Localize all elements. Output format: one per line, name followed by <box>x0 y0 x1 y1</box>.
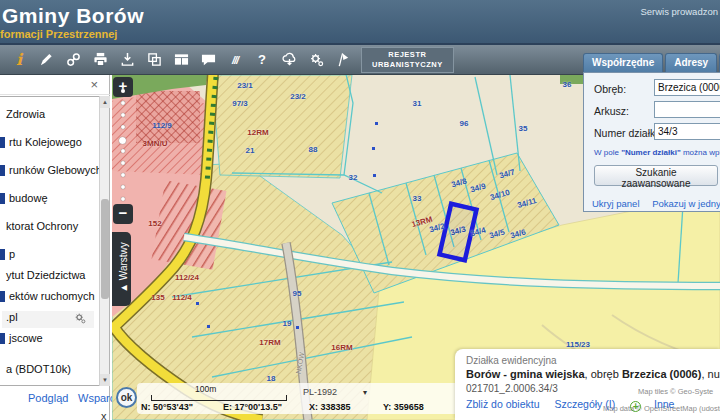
help-text: W pole "Numer działki" można wpisać pe <box>594 148 720 157</box>
copy-view-icon[interactable] <box>146 52 162 68</box>
rejestr-line2: URBANISTYCZNY <box>372 60 443 71</box>
details-link[interactable]: Szczegóły (I) <box>554 398 615 410</box>
show-in-one-window-link[interactable]: Pokazuj w jednym okni <box>652 198 720 209</box>
numer-dzialki-input[interactable] <box>654 123 720 140</box>
sidebar-titlebar: × <box>0 75 110 95</box>
download-icon[interactable] <box>119 52 135 68</box>
zoom-level-dot <box>121 113 125 117</box>
rejestr-urbanistyczny-button[interactable]: REJESTR URBANISTYCZNY <box>361 47 454 73</box>
layers-panel-tab[interactable]: ▲ Warstwy <box>112 232 131 306</box>
scale-label: 100m <box>195 384 216 394</box>
gear-icon[interactable] <box>74 312 86 326</box>
sidebar-item[interactable]: ytut Dziedzictwa <box>2 269 108 286</box>
layers-tab-label: ▲ Warstwy <box>118 233 129 303</box>
tab-adresy[interactable]: Adresy <box>665 53 717 72</box>
sidebar-item[interactable]: p <box>2 248 108 265</box>
parcel-label: 3MN/U <box>143 139 168 148</box>
advanced-search-button[interactable]: Szukanie zaawansowane <box>594 165 718 186</box>
page-title: Gminy Borów <box>2 4 144 28</box>
app-window: Gminy Borów formacji Przestrzennej Serwi… <box>0 0 720 420</box>
arkusz-input[interactable] <box>654 101 720 118</box>
sidebar-item-label: budowę <box>9 192 48 204</box>
parcel-id: 021701_2.0006.34/3 <box>466 383 558 394</box>
settings-icon[interactable] <box>308 52 324 68</box>
search-panel: WspółrzędneAdresyDziałki Obręb: Arkusz: … <box>583 53 720 212</box>
close-icon[interactable]: × <box>90 77 98 92</box>
sidebar-item[interactable]: jscowe <box>2 332 108 349</box>
measure-icon[interactable]: /// <box>227 52 243 68</box>
sidebar-item[interactable]: ektów ruchomych <box>2 290 108 307</box>
pen-icon[interactable] <box>38 52 54 68</box>
arkusz-label: Arkusz: <box>594 105 629 117</box>
podglad-link[interactable]: Podgląd <box>28 392 68 404</box>
coord-y: Y: 359658 <box>383 402 424 412</box>
zoom-slider[interactable] <box>113 89 133 207</box>
ok-button[interactable]: ok <box>116 387 137 408</box>
sidebar-item[interactable]: Zdrowia <box>2 108 108 125</box>
other-link[interactable]: Inne <box>654 398 674 410</box>
sidebar-item-label: runków Glebowych <box>9 164 102 176</box>
chevron-down-icon: ▾ <box>363 388 367 397</box>
parcel-label: 16RM <box>331 343 352 352</box>
sidebar-item[interactable]: runków Glebowych <box>2 164 108 181</box>
parcel-label: 36 <box>563 80 572 89</box>
sidebar-item[interactable]: a (BDOT10k) <box>2 363 108 380</box>
parcel-label: 35 <box>519 124 528 133</box>
sidebar-item[interactable]: ktorat Ochrony <box>2 220 108 237</box>
cloud-download-icon[interactable] <box>281 52 297 68</box>
parcel-label: 112/9 <box>152 121 172 130</box>
coordinate-bar: 100m PL-1992▾ N: 50°53'43" E: 17°00'13.5… <box>137 383 459 414</box>
parcel-label: 88 <box>309 145 318 154</box>
add-icon[interactable]: + <box>630 401 641 412</box>
zoom-out-button[interactable]: − <box>113 204 133 224</box>
link-icon[interactable] <box>65 52 81 68</box>
scale-bar <box>151 395 287 401</box>
sidebar-item-label: ktorat Ochrony <box>6 220 78 232</box>
parcel-label: 18 <box>267 374 276 383</box>
sidebar-item-label: rtu Kolejowego <box>9 136 82 148</box>
sidebar-item[interactable]: rtu Kolejowego <box>2 136 108 153</box>
layer-icon <box>0 137 5 148</box>
header-service-text: Serwis prowadzon <box>640 6 718 17</box>
scrollbar-thumb[interactable] <box>101 199 109 299</box>
sidebar-item[interactable]: .pl <box>2 311 94 328</box>
sidebar-item-label: Zdrowia <box>6 108 45 120</box>
parcel-label: 19 <box>283 319 292 328</box>
layer-icon <box>0 333 5 344</box>
parcel-label: 31 <box>413 99 422 108</box>
layer-icon <box>0 193 5 204</box>
comment-icon[interactable] <box>200 52 216 68</box>
crs-selector[interactable]: PL-1992▾ <box>303 387 367 397</box>
layer-icon <box>0 291 5 302</box>
parcel-label: 135 <box>151 293 164 302</box>
parcel-label: 21 <box>246 146 255 155</box>
coord-lat: N: 50°53'43" <box>141 402 193 412</box>
parcel-label: 32 <box>349 173 358 182</box>
map-tiles-attribution: Map tiles © Geo-Syste <box>638 387 713 396</box>
sidebar-item-label: ytut Dziedzictwa <box>6 269 85 281</box>
parcel-info-panel: Map tiles © Geo-Syste Map data © OpenStr… <box>455 349 720 420</box>
parcel-label: 96 <box>460 119 469 128</box>
scroll-down-icon[interactable]: ▼ <box>100 374 110 386</box>
zoom-to-object-link[interactable]: Zbliż do obiektu <box>466 398 540 410</box>
flag-icon[interactable] <box>335 52 351 68</box>
parcel-label: 95 <box>293 289 302 298</box>
print-icon[interactable] <box>92 52 108 68</box>
search-panel-body: Obręb: Arkusz: Numer działki: W pole "Nu… <box>583 72 720 212</box>
scroll-up-icon[interactable]: ▲ <box>100 96 110 108</box>
sidebar-item-label: jscowe <box>9 332 43 344</box>
page-subtitle: formacji Przestrzennej <box>0 28 117 40</box>
obreb-select[interactable] <box>654 79 720 96</box>
sidebar-item[interactable]: budowę <box>2 192 108 209</box>
coord-lon: E: 17°00'13.5" <box>223 402 282 412</box>
help-icon[interactable]: ? <box>254 52 270 68</box>
zoom-level-dot <box>121 125 125 129</box>
zoom-level-dot <box>121 185 125 189</box>
sidebar-scrollbar[interactable]: ▲ ▼ <box>99 96 109 386</box>
info-icon[interactable]: i <box>11 52 27 68</box>
parcel-label: 112/4 <box>172 293 192 302</box>
layout-icon[interactable] <box>173 52 189 68</box>
parcel-label: 17RM <box>259 338 280 347</box>
tab-współrzędne[interactable]: Współrzędne <box>583 53 663 72</box>
hide-panel-link[interactable]: Ukryj panel <box>592 198 640 209</box>
